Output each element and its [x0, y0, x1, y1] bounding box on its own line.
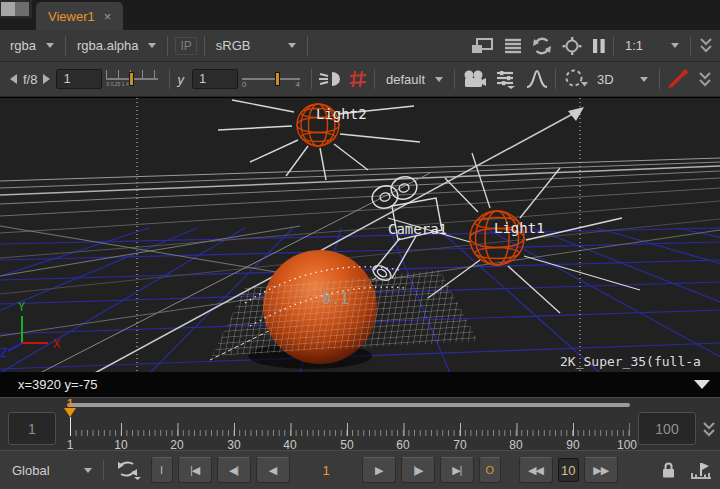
- chevron-down-icon: [640, 77, 648, 82]
- goto-end-button[interactable]: ▶|: [440, 457, 474, 483]
- transport-bar: Global I |◀ ◀| ◀ 1 ▶ |▶ ▶| O ◀◀ 10 ▶▶: [0, 450, 720, 489]
- tick-label: 20: [170, 438, 183, 452]
- tick-label: 80: [509, 438, 522, 452]
- frame-increment-input[interactable]: 10: [558, 458, 579, 482]
- layer-dropdown[interactable]: rgba.alpha: [73, 38, 160, 53]
- divider: [555, 69, 556, 89]
- chevron-down-icon: [671, 43, 679, 48]
- gain-toggle-icon[interactable]: [319, 70, 341, 88]
- wipe-hash-icon[interactable]: [349, 70, 367, 88]
- fine-grid-card: [212, 270, 478, 356]
- tab-strip: Viewer1 ×: [0, 0, 720, 30]
- play-backward-button[interactable]: ◀: [256, 457, 290, 483]
- goto-start-button[interactable]: |◀: [178, 457, 212, 483]
- range-scope-value: Global: [12, 463, 50, 478]
- gaussian-curve-icon[interactable]: [526, 70, 548, 88]
- range-scope-dropdown[interactable]: Global: [8, 463, 96, 478]
- gamma-slider[interactable]: 0 4: [242, 68, 300, 90]
- menu-lines-icon[interactable]: [504, 38, 522, 54]
- expand-triangle-icon[interactable]: [694, 380, 710, 389]
- tick-label: 40: [283, 438, 296, 452]
- light2-label: Light2: [316, 106, 367, 122]
- play-forward-button[interactable]: ▶: [362, 457, 396, 483]
- tick-label: 90: [566, 438, 579, 452]
- axis-y-label: Y: [18, 300, 26, 314]
- downrez-dropdown[interactable]: default: [382, 72, 447, 87]
- tick-label: 30: [227, 438, 240, 452]
- channels-dropdown[interactable]: rgba: [6, 38, 58, 53]
- refresh-icon[interactable]: [532, 37, 552, 55]
- tab-viewer1[interactable]: Viewer1 ×: [36, 2, 123, 30]
- fstop-label: f/8: [23, 72, 37, 87]
- viewer-toolbar-top: rgba rgba.alpha IP sRGB: [0, 30, 720, 62]
- collapse-chevrons-icon[interactable]: [701, 422, 717, 437]
- set-in-point-button[interactable]: I: [151, 457, 173, 483]
- divider: [103, 460, 104, 480]
- ruler-ticks: [67, 423, 630, 436]
- tick-label: 70: [453, 438, 466, 452]
- colorspace-dropdown[interactable]: sRGB: [212, 38, 300, 53]
- view-mode-dropdown[interactable]: 3D: [593, 72, 652, 87]
- tick-label: 100: [617, 438, 637, 452]
- film-camera-icon[interactable]: [462, 70, 486, 88]
- divider: [659, 69, 660, 89]
- divider: [454, 69, 455, 89]
- playhead-ruler-icon[interactable]: [690, 461, 712, 479]
- pane-corner-widget[interactable]: [0, 0, 32, 18]
- current-frame: 1: [323, 463, 330, 478]
- next-arrow-icon[interactable]: [43, 74, 50, 84]
- monitor-output-icon[interactable]: [470, 37, 494, 55]
- status-bar: x=3920 y=-75: [0, 372, 720, 397]
- timeline-scrollbar[interactable]: [67, 403, 630, 407]
- jump-back-button[interactable]: ◀◀: [519, 457, 553, 483]
- light1-label: Light1: [494, 220, 545, 236]
- roi-circle-icon[interactable]: [563, 69, 589, 89]
- divider: [613, 36, 614, 56]
- tab-close-icon[interactable]: ×: [104, 10, 112, 23]
- tab-title: Viewer1: [48, 9, 95, 24]
- chevron-down-icon: [288, 43, 296, 48]
- pause-icon[interactable]: [592, 38, 606, 54]
- sliders-settings-icon[interactable]: [495, 70, 517, 89]
- tick-label: 50: [340, 438, 353, 452]
- zoom-level-dropdown[interactable]: 1:1: [621, 38, 683, 53]
- divider: [690, 36, 691, 56]
- sample-pen-icon[interactable]: [667, 69, 689, 89]
- prev-arrow-icon[interactable]: [10, 74, 17, 84]
- viewer-3d-canvas[interactable]: Light2 Light1: [0, 97, 720, 372]
- loop-mode-icon[interactable]: [115, 460, 141, 480]
- viewer-toolbar-exposure: f/8 1 0 0.25 1 4 y 1 0 4: [0, 62, 720, 97]
- nuke-viewer-window: Viewer1 × rgba rgba.alpha IP sRGB: [0, 0, 720, 489]
- axis-z-label: Z: [0, 346, 7, 360]
- input-process-toggle[interactable]: IP: [175, 37, 196, 55]
- gamma-input[interactable]: 1: [192, 69, 238, 89]
- slider-handle[interactable]: [275, 72, 280, 86]
- jump-forward-button[interactable]: ▶▶: [584, 457, 618, 483]
- channels-value: rgba: [10, 38, 36, 53]
- frame-ruler[interactable]: 1 10 20 30 40 50 60 70 80 90 100 1: [67, 409, 630, 451]
- zoom-level-value: 1:1: [625, 38, 643, 53]
- collapse-chevrons-icon[interactable]: [698, 38, 714, 53]
- chevron-down-icon: [46, 43, 54, 48]
- divider: [167, 36, 168, 56]
- divider: [169, 69, 170, 89]
- slider-track: [242, 78, 300, 80]
- collapse-chevrons-icon[interactable]: [697, 72, 713, 87]
- chevron-down-icon: [84, 468, 92, 473]
- range-start-input[interactable]: 1: [8, 412, 56, 445]
- gain-input[interactable]: 1: [56, 69, 102, 89]
- lock-icon[interactable]: [661, 461, 676, 479]
- axis-x-label: X: [53, 337, 61, 351]
- sphere-uv-label: 0.1: [322, 290, 349, 308]
- divider: [311, 69, 312, 89]
- loop-once-button[interactable]: O: [479, 457, 501, 483]
- gain-slider[interactable]: 0 0.25 1 4: [106, 68, 158, 90]
- step-back-button[interactable]: ◀|: [217, 457, 251, 483]
- tick-label: 60: [396, 438, 409, 452]
- range-end-input[interactable]: 100: [638, 412, 696, 445]
- target-gear-icon[interactable]: [562, 37, 582, 55]
- gamma-label: y: [177, 72, 184, 87]
- camera-label: Camera1: [388, 221, 447, 237]
- step-forward-button[interactable]: |▶: [401, 457, 435, 483]
- format-label: 2K_Super_35(full-a: [560, 354, 701, 369]
